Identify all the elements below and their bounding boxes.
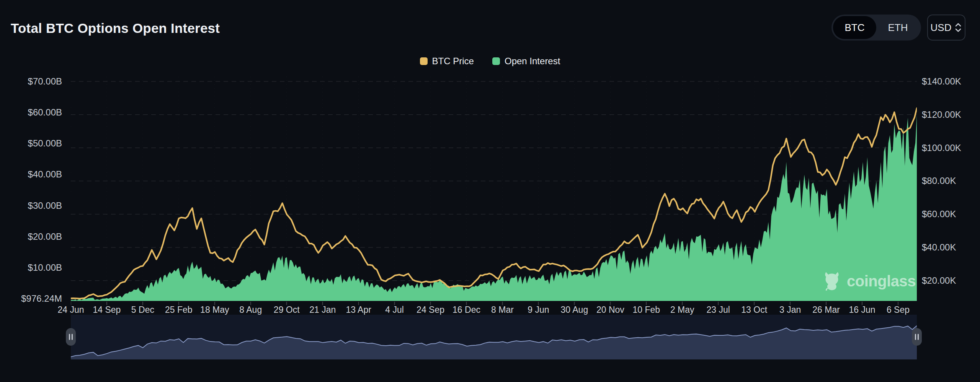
asset-toggle: BTC ETH: [831, 15, 921, 41]
handle-grip-icon: [915, 334, 916, 340]
sort-arrows-icon: [954, 22, 962, 33]
y-axis-label-left: $976.24M: [0, 293, 62, 304]
y-axis-label-left: $30.00B: [0, 200, 62, 211]
y-axis-label-right: $120.00K: [922, 109, 961, 120]
y-axis-label-right: $40.00K: [922, 242, 956, 253]
nav-handle-right[interactable]: [912, 328, 922, 346]
watermark: coinglass: [822, 271, 916, 291]
y-axis-label-right: $100.00K: [922, 142, 961, 154]
watermark-text: coinglass: [847, 273, 916, 290]
coinglass-options-page: { "header": { "title": "Total BTC Option…: [0, 0, 980, 382]
toggle-option-btc[interactable]: BTC: [833, 16, 876, 39]
coinglass-logo-icon: [822, 271, 842, 291]
nav-handle-left[interactable]: [66, 328, 76, 346]
navigator[interactable]: [71, 315, 917, 359]
y-axis-label-left: $20.00B: [0, 231, 62, 242]
y-axis-label-left: $70.00B: [0, 76, 62, 87]
y-axis-label-right: $20.00K: [922, 275, 956, 286]
y-axis-label-left: $40.00B: [0, 169, 62, 180]
y-axis-label-left: $60.00B: [0, 107, 62, 118]
toggle-option-eth[interactable]: ETH: [876, 16, 920, 39]
y-axis-label-left: $10.00B: [0, 262, 62, 273]
x-axis-ticks: [71, 302, 898, 305]
currency-select[interactable]: USD: [927, 15, 965, 41]
page-title: Total BTC Options Open Interest: [11, 21, 220, 36]
header-controls: BTC ETH USD: [831, 15, 965, 41]
currency-value: USD: [931, 22, 952, 34]
y-axis-label-right: $80.00K: [922, 175, 956, 187]
navigator-chart[interactable]: [71, 315, 917, 359]
main-chart[interactable]: [71, 54, 917, 306]
handle-grip-icon: [918, 334, 919, 340]
y-axis-label-right: $140.00K: [922, 76, 961, 87]
handle-grip-icon: [72, 334, 73, 340]
handle-grip-icon: [69, 334, 70, 340]
open-interest-area: [71, 115, 917, 301]
y-axis-label-left: $50.00B: [0, 138, 62, 149]
y-axis-label-right: $60.00K: [922, 208, 956, 220]
x-axis-label: 6 Sep: [875, 305, 921, 315]
